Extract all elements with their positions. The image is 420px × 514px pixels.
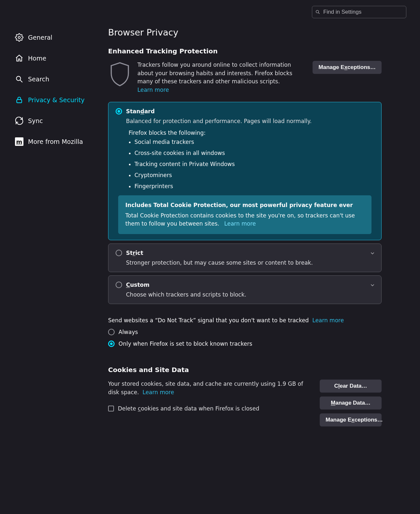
dnt-only-when-label: Only when Firefox is set to block known …	[119, 340, 252, 347]
page-title: Browser Privacy	[108, 27, 382, 37]
sidebar-item-privacy[interactable]: Privacy & Security	[14, 92, 95, 107]
search-box[interactable]	[312, 6, 406, 18]
sidebar-item-home[interactable]: Home	[14, 51, 95, 66]
manage-exceptions-button[interactable]: Manage Exceptions…	[313, 61, 382, 74]
list-item: Cryptominers	[134, 172, 374, 178]
cookies-section-title: Cookies and Site Data	[108, 366, 382, 374]
sidebar-item-more-mozilla[interactable]: m More from Mozilla	[14, 134, 95, 149]
manage-data-button[interactable]: Manage Data…	[320, 396, 382, 410]
dnt-always-label: Always	[119, 329, 138, 335]
sidebar-item-search[interactable]: Search	[14, 72, 95, 87]
etp-custom-title: Custom	[126, 282, 149, 288]
gear-icon	[15, 33, 23, 42]
clear-data-button[interactable]: Clear Data…	[320, 380, 382, 393]
search-icon	[315, 9, 320, 15]
delete-cookies-checkbox[interactable]	[108, 406, 114, 411]
home-icon	[15, 54, 23, 63]
svg-line-4	[20, 80, 22, 82]
sidebar-item-label: More from Mozilla	[28, 138, 83, 145]
dnt-always-option[interactable]: Always	[108, 329, 382, 335]
sync-icon	[15, 117, 23, 125]
etp-blocks-label: Firefox blocks the following:	[129, 130, 374, 136]
list-item: Social media trackers	[134, 139, 374, 145]
dnt-only-when-option[interactable]: Only when Firefox is set to block known …	[108, 340, 382, 347]
etp-strict-title: Strict	[126, 250, 143, 256]
sidebar-item-label: Search	[28, 76, 49, 83]
shield-icon	[108, 61, 132, 88]
etp-strict-header[interactable]: Strict	[116, 250, 374, 256]
etp-learn-more-link[interactable]: Learn more	[137, 87, 169, 93]
dnt-text: Send websites a “Do Not Track” signal th…	[108, 317, 382, 324]
svg-rect-5	[17, 100, 21, 103]
delete-cookies-label: Delete cookies and site data when Firefo…	[118, 404, 259, 413]
chevron-down-icon	[370, 250, 375, 256]
sidebar-item-label: General	[28, 34, 52, 41]
cookies-desc: Your stored cookies, site data, and cach…	[108, 380, 312, 413]
list-item: Cross-site cookies in all windows	[134, 150, 374, 156]
etp-section-title: Enhanced Tracking Protection	[108, 47, 382, 55]
svg-point-2	[18, 36, 21, 39]
tcp-callout: Includes Total Cookie Protection, our mo…	[118, 195, 371, 234]
etp-standard-card[interactable]: Standard Balanced for protection and per…	[108, 102, 382, 240]
radio-dnt-only-when[interactable]	[108, 340, 115, 347]
cookies-manage-exceptions-button[interactable]: Manage Exceptions…	[320, 413, 382, 426]
etp-blocks-list: Social media trackers Cross-site cookies…	[134, 139, 374, 189]
tcp-learn-more-link[interactable]: Learn more	[224, 220, 256, 227]
list-item: Fingerprinters	[134, 183, 374, 189]
cookies-learn-more-link[interactable]: Learn more	[143, 389, 174, 396]
settings-sidebar: General Home Search Privacy & Security	[14, 27, 95, 426]
sidebar-item-general[interactable]: General	[14, 30, 95, 45]
list-item: Tracking content in Private Windows	[134, 161, 374, 167]
search-input[interactable]	[312, 6, 406, 18]
radio-custom[interactable]	[116, 282, 122, 288]
mozilla-icon: m	[15, 137, 23, 146]
radio-standard[interactable]	[116, 108, 122, 115]
sidebar-item-label: Privacy & Security	[28, 96, 85, 104]
sidebar-item-sync[interactable]: Sync	[14, 113, 95, 128]
delete-cookies-checkbox-row[interactable]: Delete cookies and site data when Firefo…	[108, 404, 312, 413]
svg-line-1	[318, 13, 320, 14]
etp-standard-desc: Balanced for protection and performance.…	[126, 118, 374, 124]
svg-point-3	[16, 76, 21, 80]
settings-content: Browser Privacy Enhanced Tracking Protec…	[108, 27, 382, 426]
sidebar-item-label: Home	[28, 55, 46, 62]
etp-description: Trackers follow you around online to col…	[137, 61, 307, 94]
radio-strict[interactable]	[116, 250, 122, 256]
dnt-learn-more-link[interactable]: Learn more	[312, 317, 344, 324]
svg-point-0	[316, 10, 319, 13]
etp-standard-title: Standard	[126, 108, 155, 115]
lock-icon	[15, 96, 23, 104]
tcp-title: Includes Total Cookie Protection, our mo…	[125, 201, 364, 210]
etp-custom-desc: Choose which trackers and scripts to blo…	[126, 291, 374, 298]
chevron-down-icon	[370, 282, 375, 288]
radio-dnt-always[interactable]	[108, 329, 115, 335]
search-icon	[15, 75, 23, 83]
etp-custom-card[interactable]: Custom Choose which trackers and scripts…	[108, 275, 382, 304]
etp-standard-header[interactable]: Standard	[116, 108, 374, 115]
etp-strict-card[interactable]: Strict Stronger protection, but may caus…	[108, 243, 382, 272]
sidebar-item-label: Sync	[28, 117, 43, 124]
etp-strict-desc: Stronger protection, but may cause some …	[126, 259, 374, 266]
etp-custom-header[interactable]: Custom	[116, 282, 374, 288]
